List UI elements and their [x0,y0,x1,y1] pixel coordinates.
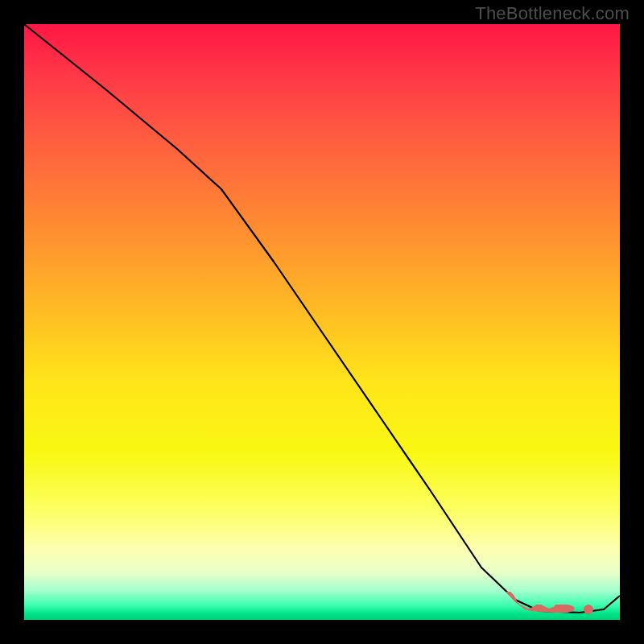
watermark-text: TheBottleneck.com [475,3,630,24]
chart-frame: TheBottleneck.com [0,0,644,644]
chart-plot-area [24,24,620,620]
